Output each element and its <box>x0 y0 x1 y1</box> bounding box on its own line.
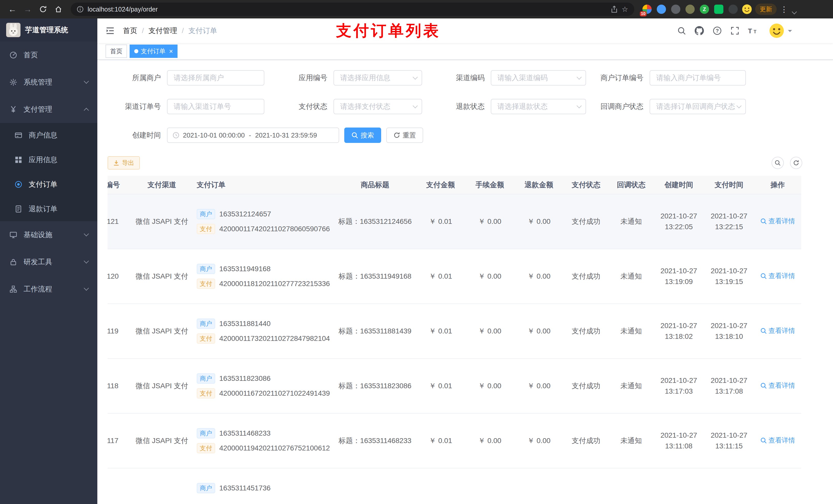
merchant-input[interactable] <box>167 70 264 86</box>
table-row: 120微信 JSAPI 支付商户1635311949168支付420000118… <box>108 249 801 304</box>
browser-forward-icon[interactable]: → <box>21 3 35 16</box>
date-end: 2021-10-31 23:59:59 <box>255 131 317 139</box>
app-logo[interactable]: 芋道管理系统 <box>0 19 97 42</box>
view-details-link[interactable]: 查看详情 <box>760 381 795 390</box>
tags-view: 首页支付订单× <box>97 43 833 60</box>
refresh-button[interactable] <box>790 157 802 169</box>
chevron-down-icon <box>84 286 89 291</box>
toggle-search-button[interactable] <box>771 157 784 169</box>
reset-button[interactable]: 重置 <box>386 127 423 143</box>
cell-fee-amount: ￥ 0.00 <box>465 249 514 304</box>
tab-home[interactable]: 首页 <box>105 45 127 58</box>
search-icon[interactable] <box>677 26 686 35</box>
hamburger-icon[interactable] <box>97 19 123 43</box>
tab-close-icon[interactable]: × <box>169 48 173 54</box>
column-header: 支付状态 <box>564 176 609 194</box>
sidebar-item-home[interactable]: 首页 <box>0 42 97 69</box>
cell-actions: 查看详情 <box>754 249 801 304</box>
table-body: 121微信 JSAPI 支付商户1635312124657支付420000117… <box>108 194 801 504</box>
merchant-order-no-input[interactable] <box>649 70 746 86</box>
cell-id <box>108 468 131 504</box>
column-header: 支付时间 <box>704 176 754 194</box>
extension-badge: 10 <box>640 11 646 16</box>
filter-merchant-order-no: 商户订单编号 <box>586 70 746 86</box>
chevron-down-icon[interactable] <box>792 9 797 14</box>
breadcrumb-separator: / <box>182 27 184 35</box>
filter-channel-order-no: 渠道订单号 <box>108 99 264 114</box>
cell-refund-amount: ￥ 0.00 <box>514 304 564 359</box>
browser-reload-icon[interactable] <box>36 3 50 16</box>
cell-pay-channel <box>131 468 193 504</box>
browser-menu-icon[interactable]: ⋮ <box>778 5 790 14</box>
app-id-select[interactable]: 请选择应用信息 <box>334 70 422 86</box>
font-size-icon[interactable]: TT <box>748 27 758 35</box>
cell-id: 117 <box>108 413 131 468</box>
tab-label: 首页 <box>110 47 122 55</box>
breadcrumb-item: 支付订单 <box>189 26 217 35</box>
user-avatar[interactable] <box>769 23 792 39</box>
cell-pay-status: 支付成功 <box>564 304 609 359</box>
cell-actions: 查看详情 <box>754 194 801 249</box>
channel-order-no-input[interactable] <box>167 99 264 114</box>
sidebar-item-label: 商户信息 <box>29 130 57 140</box>
browser-home-icon[interactable] <box>51 3 66 16</box>
page-title-annotation: 支付订单列表 <box>336 21 441 41</box>
fullscreen-icon[interactable] <box>731 26 739 35</box>
sidebar-item-system-management[interactable]: 系统管理 <box>0 69 97 96</box>
site-info-icon[interactable] <box>77 6 84 13</box>
browser-update-button[interactable]: 更新 <box>755 4 777 15</box>
chevron-down-icon <box>84 258 89 264</box>
cell-actions: 查看详情 <box>754 304 801 359</box>
create-time-range-picker[interactable]: 2021-10-01 00:00:00 - 2021-10-31 23:59:5… <box>167 127 339 143</box>
breadcrumb-item[interactable]: 支付管理 <box>148 26 177 35</box>
merchant-tag: 商户 <box>197 209 215 219</box>
extensions-grid-icon[interactable]: 10 <box>642 5 652 14</box>
pay-status-select[interactable]: 请选择支付状态 <box>334 99 422 114</box>
screen: ← → localhost:1024/pay/order ☆ 10Z 更新 ⋮ <box>0 0 833 504</box>
sidebar-item-pay-order[interactable]: 支付订单 <box>0 172 97 197</box>
ext-blue-icon[interactable] <box>657 5 666 14</box>
filter-label: 商户订单编号 <box>586 73 649 83</box>
ext-green-z-icon[interactable]: Z <box>700 5 709 14</box>
cell-notify-status: 未通知 <box>609 249 654 304</box>
app-title: 芋道管理系统 <box>25 25 68 35</box>
browser-profile-avatar[interactable] <box>742 4 752 14</box>
breadcrumb-item[interactable]: 首页 <box>123 26 137 35</box>
view-details-link[interactable]: 查看详情 <box>760 436 795 445</box>
sidebar-item-dev-tools[interactable]: 研发工具 <box>0 248 97 275</box>
view-details-link[interactable]: 查看详情 <box>760 217 795 225</box>
github-icon[interactable] <box>695 26 704 35</box>
cell-product-title: 标题：1635311468233 <box>334 413 416 468</box>
ext-dark-icon[interactable] <box>671 5 680 14</box>
export-button[interactable]: 导出 <box>108 156 140 170</box>
merchant-tag: 商户 <box>197 264 215 274</box>
view-details-link[interactable]: 查看详情 <box>760 271 795 281</box>
ext-chat-icon[interactable] <box>714 5 723 14</box>
notify-status-select[interactable]: 请选择订单回调商户状态 <box>649 99 746 114</box>
help-icon[interactable]: ? <box>713 26 722 35</box>
sidebar-item-workflow[interactable]: 工作流程 <box>0 275 97 303</box>
ext-olive-icon[interactable] <box>686 5 695 14</box>
view-details-link[interactable]: 查看详情 <box>760 326 795 335</box>
sidebar-item-merchant-info[interactable]: 商户信息 <box>0 123 97 147</box>
cell-notify-status: 未通知 <box>609 194 654 249</box>
tab-pay-order[interactable]: 支付订单× <box>129 45 177 58</box>
cell-id: 118 <box>108 359 131 413</box>
sidebar-item-infrastructure[interactable]: 基础设施 <box>0 221 97 248</box>
search-button[interactable]: 搜索 <box>344 127 381 143</box>
refund-status-select[interactable]: 请选择退款状态 <box>491 99 586 114</box>
cell-id: 120 <box>108 249 131 304</box>
sidebar-item-refund-order[interactable]: 退款订单 <box>0 197 97 221</box>
channel-code-select[interactable]: 请输入渠道编码 <box>491 70 586 86</box>
url-text[interactable]: localhost:1024/pay/order <box>88 6 607 13</box>
cell-pay-status: 支付成功 <box>564 194 609 249</box>
browser-back-icon[interactable]: ← <box>5 3 20 16</box>
address-bar[interactable]: localhost:1024/pay/order ☆ <box>71 3 634 16</box>
cell-pay-time: 2021-10-2713:11:15 <box>704 413 754 468</box>
sidebar-item-label: 工作流程 <box>24 284 52 294</box>
ext-pin-icon[interactable] <box>729 5 738 14</box>
bookmark-star-icon[interactable]: ☆ <box>622 5 628 14</box>
sidebar-item-payment-management[interactable]: 支付管理 <box>0 96 97 123</box>
share-icon[interactable] <box>611 6 618 13</box>
sidebar-item-app-info[interactable]: 应用信息 <box>0 147 97 172</box>
